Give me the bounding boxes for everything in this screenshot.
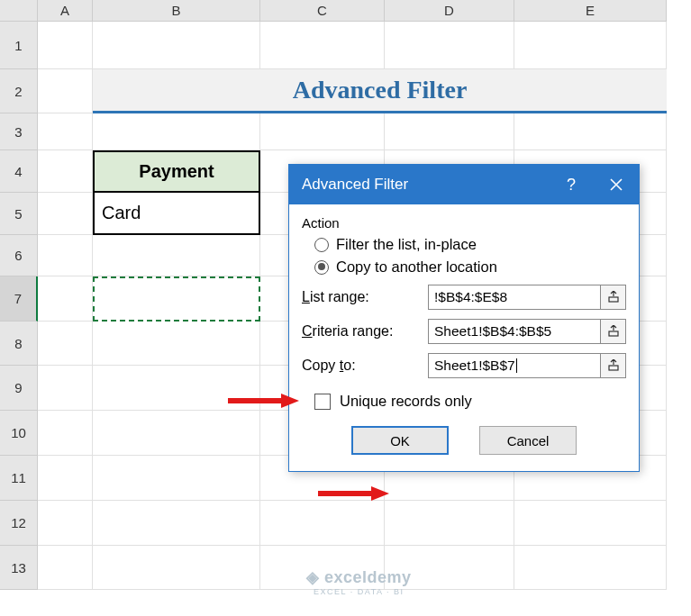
col-header-E[interactable]: E [514, 0, 667, 22]
cell-B3[interactable] [93, 113, 260, 150]
arrow-annotation [225, 392, 299, 410]
dialog-buttons: OK Cancel [302, 426, 626, 455]
cell-E1[interactable] [514, 22, 667, 69]
radio-copy-to-location[interactable]: Copy to another location [314, 258, 626, 276]
cell-E3[interactable] [514, 113, 667, 150]
cell-A9[interactable] [38, 366, 93, 411]
criteria-range-row: Criteria range: Sheet1!$B$4:$B$5 [302, 319, 626, 344]
row-header-11[interactable]: 11 [0, 456, 38, 501]
select-all-corner[interactable] [0, 0, 38, 22]
close-icon [609, 177, 623, 192]
row-header-2[interactable]: 2 [0, 69, 38, 113]
row-header-7[interactable]: 7 [0, 276, 38, 322]
collapse-icon [607, 291, 620, 303]
svg-rect-2 [609, 366, 618, 370]
radio-icon [314, 238, 329, 252]
help-button[interactable]: ? [549, 165, 594, 204]
row-header-6[interactable]: 6 [0, 235, 38, 276]
cell-A2[interactable] [38, 69, 93, 113]
list-range-label: List range: [302, 289, 428, 305]
copy-to-input[interactable]: Sheet1!$B$7 [428, 353, 601, 378]
radio-label: Filter the list, in-place [336, 236, 477, 253]
cell-E12[interactable] [514, 501, 667, 546]
row-header-5[interactable]: 5 [0, 193, 38, 235]
copy-to-label: Copy to: [302, 358, 428, 374]
svg-marker-6 [371, 486, 389, 501]
ok-button[interactable]: OK [351, 426, 449, 455]
row-header-3[interactable]: 3 [0, 113, 38, 150]
criteria-range-label: Criteria range: [302, 323, 428, 340]
radio-label: Copy to another location [336, 258, 497, 276]
row-header-1[interactable]: 1 [0, 22, 38, 69]
cell-B1[interactable] [93, 22, 260, 69]
list-range-input[interactable]: !$B$4:$E$8 [428, 285, 601, 310]
column-headers: ABCDE [0, 0, 691, 22]
collapse-dialog-button[interactable] [601, 285, 626, 310]
svg-rect-0 [609, 297, 618, 302]
cell-A10[interactable] [38, 411, 93, 456]
checkbox-icon [314, 394, 331, 410]
cell-E13[interactable] [514, 546, 667, 590]
collapse-dialog-button[interactable] [601, 319, 626, 344]
cell-D1[interactable] [385, 22, 514, 69]
row-headers: 12345678910111213 [0, 22, 38, 590]
checkbox-label: Unique records only [340, 393, 472, 410]
cell-A5[interactable] [38, 193, 93, 235]
dialog-title: Advanced Filter [302, 176, 549, 194]
cell-B11[interactable] [93, 456, 260, 501]
cell-A11[interactable] [38, 456, 93, 501]
collapse-icon [607, 325, 620, 338]
col-header-A[interactable]: A [38, 0, 93, 22]
arrow-annotation [315, 485, 389, 503]
row-header-8[interactable]: 8 [0, 322, 38, 366]
row-header-10[interactable]: 10 [0, 411, 38, 456]
cell-A13[interactable] [38, 546, 93, 590]
cell-D3[interactable] [385, 113, 514, 150]
row-header-13[interactable]: 13 [0, 546, 38, 590]
row-header-9[interactable]: 9 [0, 366, 38, 411]
destination-selection[interactable] [93, 276, 260, 322]
cell-A6[interactable] [38, 235, 93, 276]
criteria-range-input[interactable]: Sheet1!$B$4:$B$5 [428, 319, 601, 344]
cell-A12[interactable] [38, 501, 93, 546]
cell-D12[interactable] [385, 501, 514, 546]
cell-B8[interactable] [93, 322, 260, 366]
radio-filter-in-place[interactable]: Filter the list, in-place [314, 236, 626, 253]
unique-records-checkbox[interactable]: Unique records only [314, 393, 626, 410]
table-header-payment[interactable]: Payment [93, 150, 260, 193]
cell-B10[interactable] [93, 411, 260, 456]
table-cell-payment-value[interactable]: Card [93, 193, 260, 235]
cell-C12[interactable] [260, 501, 385, 546]
cell-A8[interactable] [38, 322, 93, 366]
action-group-label: Action [302, 215, 626, 231]
col-header-B[interactable]: B [93, 0, 260, 22]
radio-icon [314, 260, 329, 275]
collapse-icon [607, 359, 620, 372]
col-header-C[interactable]: C [260, 0, 385, 22]
cell-B13[interactable] [93, 546, 260, 590]
svg-marker-4 [281, 394, 299, 408]
cell-A3[interactable] [38, 113, 93, 150]
cell-B6[interactable] [93, 235, 260, 276]
cancel-button[interactable]: Cancel [479, 426, 577, 455]
copy-to-row: Copy to: Sheet1!$B$7 [302, 353, 626, 378]
cell-C3[interactable] [260, 113, 385, 150]
row-header-12[interactable]: 12 [0, 501, 38, 546]
cell-A7[interactable] [38, 276, 93, 322]
row-header-4[interactable]: 4 [0, 150, 38, 193]
collapse-dialog-button[interactable] [601, 353, 626, 378]
svg-rect-1 [609, 331, 618, 336]
advanced-filter-dialog: Advanced Filter ? Action Filter the list… [288, 164, 640, 472]
col-header-D[interactable]: D [385, 0, 514, 22]
sheet-title: Advanced Filter [93, 69, 667, 113]
cell-A1[interactable] [38, 22, 93, 69]
cell-A4[interactable] [38, 150, 93, 193]
dialog-titlebar[interactable]: Advanced Filter ? [289, 165, 639, 204]
cell-C1[interactable] [260, 22, 385, 69]
list-range-row: List range: !$B$4:$E$8 [302, 285, 626, 310]
close-button[interactable] [594, 165, 639, 204]
cell-B12[interactable] [93, 501, 260, 546]
watermark: ◈ exceldemy EXCEL · DATA · BI [306, 567, 412, 596]
